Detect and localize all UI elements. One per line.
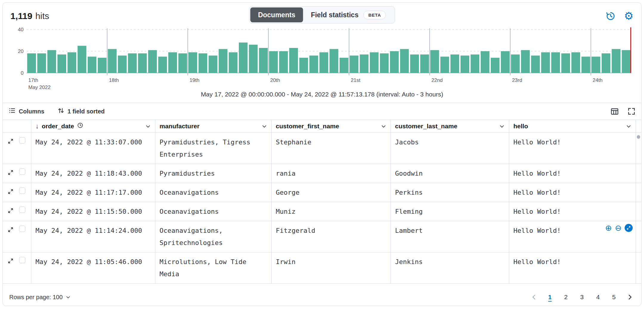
histogram-bar[interactable] bbox=[259, 48, 268, 73]
histogram-bar[interactable] bbox=[88, 57, 96, 73]
page-button-5[interactable]: 5 bbox=[609, 292, 619, 302]
column-header-hello[interactable]: hello bbox=[509, 120, 636, 132]
histogram-bar[interactable] bbox=[168, 52, 177, 73]
gear-icon[interactable]: ⚙ bbox=[624, 11, 634, 21]
column-header-customer_first_name[interactable]: customer_first_name bbox=[272, 120, 391, 132]
histogram-bar[interactable] bbox=[390, 51, 399, 73]
histogram-bar[interactable] bbox=[470, 54, 479, 73]
histogram-bar[interactable] bbox=[350, 56, 358, 73]
histogram-bar[interactable] bbox=[319, 52, 328, 73]
row-checkbox[interactable] bbox=[19, 168, 25, 175]
histogram-bar[interactable] bbox=[440, 57, 449, 73]
histogram-bar[interactable] bbox=[612, 49, 620, 73]
cell-customer_first_name[interactable]: Irwin bbox=[272, 252, 391, 283]
histogram-chart[interactable]: 0204017thMay 202218th19th20th21st22nd23r… bbox=[3, 26, 641, 90]
column-menu-manufacturer-icon[interactable] bbox=[261, 124, 267, 129]
cell-hello[interactable]: Hello World! bbox=[509, 252, 636, 283]
histogram-bar[interactable] bbox=[98, 58, 106, 73]
cell-customer_last_name[interactable]: Lambert bbox=[391, 221, 509, 252]
column-header-order_date[interactable]: ↓order_date bbox=[31, 120, 155, 132]
histogram-bar[interactable] bbox=[481, 51, 489, 73]
histogram-bar[interactable] bbox=[199, 53, 207, 73]
cell-manufacturer[interactable]: Oceanavigations bbox=[155, 183, 272, 202]
histogram-bar[interactable] bbox=[229, 52, 237, 73]
cell-customer_last_name[interactable]: Jacobs bbox=[391, 133, 509, 164]
histogram-bar[interactable] bbox=[188, 52, 197, 73]
cell-order_date[interactable]: May 24, 2022 @ 11:17:17.000 bbox=[31, 183, 155, 202]
histogram-bar[interactable] bbox=[511, 54, 520, 73]
cell-customer_last_name[interactable]: Goodwin bbox=[391, 164, 509, 183]
filter-for-icon[interactable]: ⊕ bbox=[605, 224, 612, 232]
cell-customer_first_name[interactable]: Fitzgerald bbox=[272, 221, 391, 252]
cell-customer_first_name[interactable]: rania bbox=[272, 164, 391, 183]
sort-fields-button[interactable]: 1 field sorted bbox=[58, 107, 105, 116]
expand-row-icon[interactable] bbox=[7, 258, 14, 264]
histogram-bar[interactable] bbox=[219, 49, 227, 73]
filter-out-icon[interactable]: ⊖ bbox=[615, 224, 622, 232]
cell-manufacturer[interactable]: Pyramidustries, Tigress Enterprises bbox=[155, 133, 272, 164]
histogram-bar[interactable] bbox=[451, 54, 459, 73]
histogram-bar[interactable] bbox=[309, 56, 318, 73]
history-refresh-icon[interactable] bbox=[606, 11, 616, 21]
histogram-bar[interactable] bbox=[209, 56, 217, 73]
histogram-bar[interactable] bbox=[279, 51, 288, 73]
histogram-bar[interactable] bbox=[430, 50, 439, 73]
histogram-bar[interactable] bbox=[561, 53, 570, 73]
histogram-bar[interactable] bbox=[400, 49, 409, 73]
expand-cell-icon[interactable] bbox=[625, 224, 633, 232]
page-button-1[interactable]: 1 bbox=[545, 292, 555, 302]
next-page-icon[interactable] bbox=[625, 294, 635, 301]
histogram-bar[interactable] bbox=[118, 56, 126, 73]
row-checkbox[interactable] bbox=[19, 188, 25, 194]
histogram-bar[interactable] bbox=[37, 53, 46, 73]
histogram-bar[interactable] bbox=[299, 58, 308, 73]
histogram-bar[interactable] bbox=[78, 46, 86, 73]
tab-documents[interactable]: Documents bbox=[250, 7, 303, 22]
histogram-bar[interactable] bbox=[420, 54, 429, 73]
expand-row-icon[interactable] bbox=[7, 188, 14, 195]
cell-hello[interactable]: Hello World! bbox=[509, 133, 636, 164]
row-checkbox[interactable] bbox=[19, 257, 25, 263]
histogram-bar[interactable] bbox=[269, 51, 278, 73]
cell-hello[interactable]: Hello World! bbox=[509, 202, 636, 221]
row-checkbox[interactable] bbox=[19, 207, 25, 213]
cell-customer_last_name[interactable]: Perkins bbox=[391, 183, 509, 202]
histogram-bar[interactable] bbox=[370, 52, 378, 73]
histogram-bar[interactable] bbox=[289, 48, 298, 73]
cell-order_date[interactable]: May 24, 2022 @ 11:05:46.000 bbox=[31, 252, 155, 283]
histogram-bar[interactable] bbox=[410, 54, 419, 73]
histogram-bar[interactable] bbox=[128, 53, 137, 73]
cell-customer_first_name[interactable]: Stephanie bbox=[272, 133, 391, 164]
column-header-customer_last_name[interactable]: customer_last_name bbox=[391, 120, 509, 132]
histogram-bar[interactable] bbox=[602, 53, 610, 73]
histogram-bar[interactable] bbox=[47, 50, 56, 73]
histogram-bar[interactable] bbox=[340, 58, 348, 73]
expand-row-icon[interactable] bbox=[7, 169, 14, 176]
histogram-bar[interactable] bbox=[541, 52, 550, 73]
histogram-bar[interactable] bbox=[148, 50, 157, 73]
histogram-bar[interactable] bbox=[581, 57, 590, 73]
fullscreen-icon[interactable] bbox=[628, 107, 635, 115]
cell-customer_last_name[interactable]: Jenkins bbox=[391, 252, 509, 283]
histogram-bar[interactable] bbox=[622, 50, 630, 73]
histogram-bar[interactable] bbox=[249, 45, 258, 73]
row-checkbox[interactable] bbox=[19, 137, 25, 143]
histogram-bar[interactable] bbox=[27, 53, 36, 73]
histogram-bar[interactable] bbox=[360, 54, 369, 73]
column-menu-customer_first_name-icon[interactable] bbox=[381, 124, 386, 129]
histogram-bar[interactable] bbox=[491, 58, 499, 73]
columns-button[interactable]: Columns bbox=[9, 107, 44, 116]
histogram-bar[interactable] bbox=[592, 57, 600, 73]
histogram-bar[interactable] bbox=[380, 53, 388, 73]
page-button-3[interactable]: 3 bbox=[577, 292, 587, 302]
column-header-manufacturer[interactable]: manufacturer bbox=[155, 120, 272, 132]
cell-customer_last_name[interactable]: Fleming bbox=[391, 202, 509, 221]
cell-customer_first_name[interactable]: Muniz bbox=[272, 202, 391, 221]
histogram-bar[interactable] bbox=[178, 53, 187, 73]
cell-order_date[interactable]: May 24, 2022 @ 11:14:24.000 bbox=[31, 221, 155, 252]
histogram-bar[interactable] bbox=[58, 54, 66, 73]
cell-order_date[interactable]: May 24, 2022 @ 11:18:43.000 bbox=[31, 164, 155, 183]
row-checkbox[interactable] bbox=[19, 226, 25, 232]
column-menu-customer_last_name-icon[interactable] bbox=[499, 124, 505, 129]
cell-manufacturer[interactable]: Oceanavigations bbox=[155, 202, 272, 221]
